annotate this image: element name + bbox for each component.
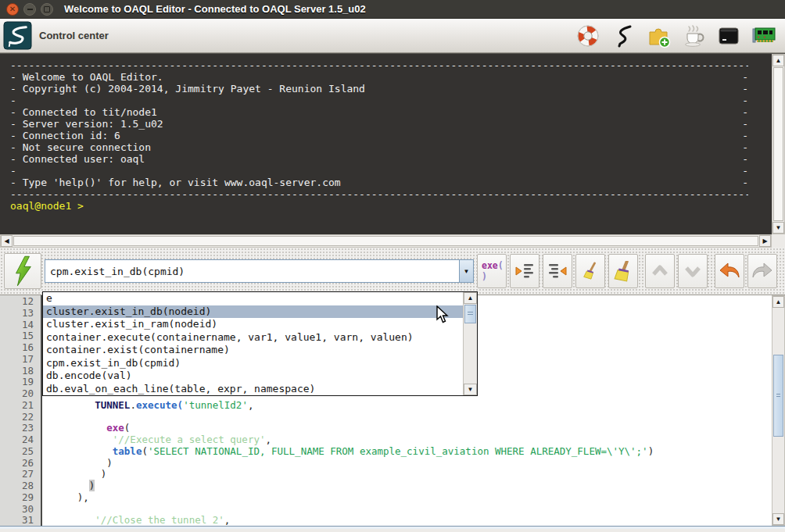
line-number: 31 xyxy=(0,515,34,527)
line-number: 15 xyxy=(0,330,34,342)
minimize-button[interactable] xyxy=(23,3,36,16)
line-number: 29 xyxy=(0,492,34,504)
autocomplete-dropdown[interactable]: ecluster.exist_in_db(nodeid)cluster.exis… xyxy=(42,291,478,396)
query-combobox: ▼ xyxy=(45,259,474,283)
java-coffee-icon[interactable] xyxy=(680,23,707,49)
dropdown-scrollbar[interactable]: ▲ ▼ xyxy=(463,292,477,395)
lifebuoy-help-icon[interactable] xyxy=(575,23,601,49)
terminal-line: - Type 'help()' for help, or visit www.o… xyxy=(10,177,748,188)
terminal-line: - Copyright (c) 2004-2014, Jimmitry Paye… xyxy=(10,83,748,95)
line-number: 28 xyxy=(0,480,34,492)
clean-all-button[interactable] xyxy=(608,254,638,288)
combo-dropdown-button[interactable]: ▼ xyxy=(459,259,474,283)
snake-icon[interactable] xyxy=(610,23,636,49)
terminal-line: - Welcome to OAQL Editor.- xyxy=(10,71,748,83)
code-line: table('SELECT NATIONAL_ID, FULL_NAME FRO… xyxy=(48,446,772,458)
line-number: 13 xyxy=(0,308,34,320)
scroll-down-arrow-icon[interactable]: ▼ xyxy=(464,384,477,395)
editor-vertical-scrollbar[interactable]: ▲ ▼ xyxy=(772,295,785,526)
terminal-line: ----------------------------------------… xyxy=(10,59,748,71)
code-line: exe( xyxy=(48,423,772,434)
autocomplete-item[interactable]: container.execute(containername, var1, v… xyxy=(43,331,463,345)
toolbar-icons xyxy=(575,23,777,49)
outdent-button[interactable] xyxy=(543,254,572,288)
line-number: 18 xyxy=(0,366,34,377)
terminal-hscroll-track[interactable] xyxy=(13,235,759,247)
code-line xyxy=(48,504,772,516)
line-number: 14 xyxy=(0,320,34,331)
oaql-logo-icon xyxy=(3,21,32,50)
code-line: ) xyxy=(48,480,772,492)
move-down-button[interactable] xyxy=(678,254,708,288)
scrollbar-corner xyxy=(772,234,785,248)
line-number: 25 xyxy=(0,446,34,458)
editor-vscroll-track[interactable] xyxy=(772,308,784,513)
add-plugin-icon[interactable] xyxy=(645,23,672,49)
autocomplete-item[interactable]: db.eval_on_each_line(table, expr, namesp… xyxy=(43,383,463,396)
terminal-line: - Not secure connection- xyxy=(10,141,748,153)
indent-button[interactable] xyxy=(510,254,539,288)
dropdown-scroll-track[interactable] xyxy=(464,304,477,384)
terminal-output: ----------------------------------------… xyxy=(0,54,772,234)
indent-icon xyxy=(514,261,535,281)
lower-panel: ▼ exe( ) xyxy=(0,248,785,529)
code-line: '//Execute a select query', xyxy=(48,434,772,446)
console-icon[interactable] xyxy=(715,23,742,49)
scroll-left-arrow-icon[interactable]: ◀ xyxy=(1,235,13,247)
window-title: Welcome to OAQL Editor - Connected to OA… xyxy=(64,3,366,15)
big-broom-icon xyxy=(613,261,634,282)
code-line: ) xyxy=(48,458,772,470)
terminal-line: oaql@node1 > xyxy=(10,200,748,212)
window-bottom-edge xyxy=(0,526,785,529)
undo-button[interactable] xyxy=(715,254,744,288)
move-up-button[interactable] xyxy=(645,254,675,288)
line-number: 19 xyxy=(0,377,34,388)
query-input[interactable] xyxy=(45,259,459,283)
chevron-up-icon xyxy=(650,261,670,281)
code-line: ), xyxy=(48,492,772,504)
autocomplete-item[interactable]: db.encode(val) xyxy=(43,370,463,383)
exe-wrap-button[interactable]: exe( ) xyxy=(477,254,507,288)
line-number: 22 xyxy=(0,412,34,423)
oaql-editor-window: ✕ Welcome to OAQL Editor - Connected to … xyxy=(0,0,785,532)
scroll-down-arrow-icon[interactable]: ▼ xyxy=(772,513,784,525)
scroll-right-arrow-icon[interactable]: ▶ xyxy=(759,235,771,247)
code-line: TUNNEL.execute('tunnelId2', xyxy=(48,400,772,412)
scroll-up-arrow-icon[interactable]: ▲ xyxy=(464,292,477,304)
line-number: 20 xyxy=(0,388,34,400)
undo-arrow-icon xyxy=(719,262,740,280)
memory-card-icon[interactable] xyxy=(751,23,777,49)
line-number: 27 xyxy=(0,469,34,480)
code-line: ) xyxy=(48,469,772,480)
chevron-down-icon xyxy=(683,261,703,281)
line-number: 24 xyxy=(0,434,34,446)
terminal-vscroll-track[interactable] xyxy=(772,66,784,222)
autocomplete-item[interactable]: container.exist(containername) xyxy=(43,344,463,357)
line-number: 30 xyxy=(0,504,34,516)
line-number: 17 xyxy=(0,354,34,366)
autocomplete-item[interactable]: cluster.exist_in_db(nodeid) xyxy=(43,305,463,319)
maximize-button[interactable] xyxy=(41,3,53,16)
terminal-line: -- xyxy=(10,95,748,106)
scroll-up-arrow-icon[interactable]: ▲ xyxy=(772,55,784,66)
line-number-gutter: 1213141516171819202122232425262728293031 xyxy=(0,295,42,526)
terminal-horizontal-scrollbar[interactable]: ◀ ▶ xyxy=(0,234,772,248)
redo-button[interactable] xyxy=(747,254,777,288)
outdent-icon xyxy=(547,261,568,281)
autocomplete-item[interactable]: cluster.exist_in_ram(nodeid) xyxy=(43,318,463,331)
autocomplete-list[interactable]: ecluster.exist_in_db(nodeid)cluster.exis… xyxy=(43,292,463,395)
scroll-up-arrow-icon[interactable]: ▲ xyxy=(772,296,784,308)
autocomplete-item[interactable]: cpm.exist_in_db(cpmid) xyxy=(43,357,463,370)
scroll-down-arrow-icon[interactable]: ▼ xyxy=(772,222,784,234)
terminal-vertical-scrollbar[interactable]: ▲ ▼ xyxy=(772,54,785,234)
titlebar: ✕ Welcome to OAQL Editor - Connected to … xyxy=(0,0,785,19)
query-toolbar: ▼ exe( ) xyxy=(0,248,785,295)
app-toolbar: Control center xyxy=(0,19,785,53)
clean-button[interactable] xyxy=(575,254,605,288)
close-button[interactable]: ✕ xyxy=(6,3,19,16)
run-query-button[interactable] xyxy=(4,253,41,289)
terminal-line: - Connection id: 6- xyxy=(10,130,748,141)
autocomplete-item[interactable]: e xyxy=(43,292,463,305)
terminal-line: ----------------------------------------… xyxy=(10,188,748,200)
redo-arrow-icon xyxy=(751,262,773,280)
